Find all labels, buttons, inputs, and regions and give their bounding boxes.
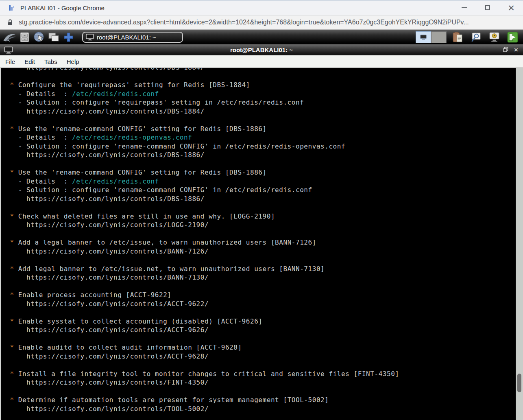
minimize-button[interactable] <box>452 0 476 15</box>
url-bar: stg.practice-labs.com/device-advanced.as… <box>0 15 523 30</box>
terminal-titlebar[interactable]: root@PLABKALI01: ~ × <box>0 44 523 55</box>
padlock-icon[interactable] <box>7 19 13 26</box>
restore-icon <box>503 47 508 52</box>
workspace-switcher[interactable] <box>416 31 447 43</box>
terminal-line: https://cisofy.com/lynis/controls/BANN-7… <box>2 247 523 256</box>
terminal-line: https://cisofy.com/lynis/controls/LOGG-2… <box>2 221 523 230</box>
terminal-line <box>2 230 523 239</box>
terminal-line: https://cisofy.com/lynis/controls/BANN-7… <box>2 273 523 282</box>
clipboard-manager-icon[interactable] <box>450 31 465 43</box>
terminal-line <box>2 335 523 344</box>
terminal-content-area[interactable]: https://cisofy.com/lynis/controls/DBS-18… <box>0 68 523 420</box>
terminal-line: - Details : /etc/redis/redis.conf <box>2 177 523 186</box>
kali-menu-icon[interactable] <box>2 31 17 43</box>
terminal-line: https://cisofy.com/lynis/controls/ACCT-9… <box>2 326 523 335</box>
terminal-line: * Enable auditd to collect audit informa… <box>2 343 523 352</box>
terminal-line: * Configure the 'requirepass' setting fo… <box>2 81 523 90</box>
terminal-line: https://cisofy.com/lynis/controls/ACCT-9… <box>2 352 523 361</box>
address-input[interactable]: stg.practice-labs.com/device-advanced.as… <box>19 19 469 26</box>
system-tray <box>416 31 521 43</box>
chrome-titlebar: PLABKALI01 - Google Chrome ✕ <box>0 0 523 15</box>
terminal-line: * Add legal banner to /etc/issue.net, to… <box>2 265 523 274</box>
terminal-line: * Enable process accounting [ACCT-9622] <box>2 291 523 300</box>
maximize-button[interactable] <box>476 0 499 15</box>
taskbar-terminal-button[interactable]: root@PLABKALI01: ~ <box>82 32 183 43</box>
terminal-line: * Add a legal banner to /etc/issue, to w… <box>2 238 523 247</box>
terminal-line: https://cisofy.com/lynis/controls/TOOL-5… <box>2 405 523 414</box>
window-list-icon[interactable] <box>46 31 61 43</box>
screenshot-tool-icon[interactable] <box>469 31 483 43</box>
terminal-line <box>2 387 523 396</box>
terminal-line <box>2 256 523 265</box>
terminal-line <box>2 203 523 212</box>
file-manager-icon[interactable] <box>17 31 32 43</box>
terminal-line: * Install a file integrity tool to monit… <box>2 370 523 379</box>
screen-lock-icon[interactable] <box>487 31 501 43</box>
terminal-line: * Determine if automation tools are pres… <box>2 396 523 405</box>
terminal-window-icon <box>86 34 94 41</box>
terminal-line: - Details : /etc/redis/redis.conf <box>2 90 523 99</box>
terminal-line: * Check what deleted files are still in … <box>2 212 523 221</box>
close-button[interactable]: ✕ <box>499 0 523 15</box>
terminal-line: - Solution : configure 'rename-command C… <box>2 142 523 151</box>
terminal-menubar: FileEditTabsHelp <box>0 55 523 68</box>
workspace-window-icon <box>420 35 427 40</box>
task-button-label: root@PLABKALI01: ~ <box>97 34 156 41</box>
maximize-icon <box>485 5 490 10</box>
terminal-line: https://cisofy.com/lynis/controls/DBS-18… <box>2 107 523 116</box>
terminal-line: - Details : /etc/redis/redis-openvas.con… <box>2 133 523 142</box>
terminal-line: - Solution : configure 'rename-command C… <box>2 186 523 195</box>
scrollbar-thumb[interactable] <box>517 374 521 392</box>
terminal-scrollbar[interactable] <box>516 68 523 420</box>
window-title: PLABKALI01 - Google Chrome <box>20 4 452 11</box>
menu-item-file[interactable]: File <box>5 58 15 65</box>
web-browser-icon[interactable] <box>32 31 46 43</box>
terminal-line: https://cisofy.com/lynis/controls/ACCT-9… <box>2 300 523 309</box>
terminal-line <box>2 72 523 81</box>
terminal-line: https://cisofy.com/lynis/controls/DBS-18… <box>2 151 523 160</box>
add-icon[interactable] <box>61 31 76 43</box>
terminal-line <box>2 282 523 291</box>
terminal-line <box>2 361 523 370</box>
terminal-line: * Use the 'rename-command CONFIG' settin… <box>2 125 523 134</box>
close-icon: ✕ <box>508 4 515 12</box>
terminal-line: https://cisofy.com/lynis/controls/FINT-4… <box>2 378 523 387</box>
terminal-output: https://cisofy.com/lynis/controls/DBS-18… <box>1 68 523 413</box>
menu-item-edit[interactable]: Edit <box>24 58 35 65</box>
minimize-icon <box>462 7 467 8</box>
terminal-line: https://cisofy.com/lynis/controls/DBS-18… <box>2 68 523 72</box>
terminal-line <box>2 308 523 317</box>
workspace-1-pane[interactable] <box>416 31 431 43</box>
terminal-line <box>2 160 523 169</box>
logout-icon[interactable] <box>505 31 520 43</box>
workspace-2-pane[interactable] <box>431 31 447 43</box>
terminal-close-button[interactable]: × <box>514 46 518 53</box>
terminal-title: root@PLABKALI01: ~ <box>0 46 523 53</box>
terminal-line: https://cisofy.com/lynis/controls/DBS-18… <box>2 195 523 204</box>
terminal-line: - Solution : configure 'requirepass' set… <box>2 98 523 107</box>
terminal-line <box>2 116 523 125</box>
terminal-line: * Use the 'rename-command CONFIG' settin… <box>2 168 523 177</box>
desktop-taskbar: root@PLABKALI01: ~ <box>0 30 523 44</box>
terminal-line: * Enable sysstat to collect accounting (… <box>2 317 523 326</box>
terminal-restore-button[interactable] <box>503 46 508 54</box>
practice-labs-favicon-icon <box>8 4 15 11</box>
menu-item-help[interactable]: Help <box>67 58 79 65</box>
menu-item-tabs[interactable]: Tabs <box>44 58 57 65</box>
